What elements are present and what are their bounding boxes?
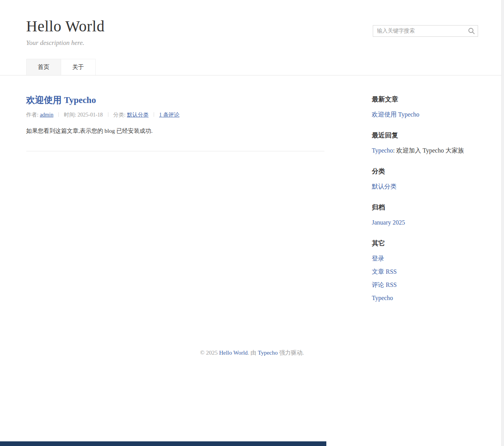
footer-engine-link[interactable]: Typecho	[258, 350, 278, 356]
bottom-bar	[0, 441, 326, 446]
widget-title: 分类	[372, 167, 478, 176]
login-link[interactable]: 登录	[372, 255, 384, 262]
footer-copyright: © 2025	[200, 350, 219, 356]
content-area: 欢迎使用 Typecho 作者: admin时间: 2025-01-18分类: …	[26, 75, 478, 314]
widget-categories: 分类 默认分类	[372, 167, 478, 190]
meta-author-label: 作者:	[26, 112, 40, 118]
main-nav: 首页 关于	[26, 59, 478, 75]
post-rss-link[interactable]: 文章 RSS	[372, 268, 397, 275]
widget-title: 最新文章	[372, 95, 478, 104]
scrollbar[interactable]	[501, 0, 504, 446]
nav-tab-home[interactable]: 首页	[26, 59, 61, 75]
nav-tab-about[interactable]: 关于	[61, 59, 96, 75]
typecho-link[interactable]: Typecho	[372, 295, 393, 301]
search-input[interactable]	[373, 25, 478, 37]
search-box	[373, 25, 478, 37]
meta-category-label: 分类:	[113, 112, 127, 118]
sidebar: 最新文章 欢迎使用 Typecho 最近回复 Typecho: 欢迎加入 Typ…	[372, 95, 478, 314]
list-item: January 2025	[372, 219, 478, 226]
widget-recent-posts: 最新文章 欢迎使用 Typecho	[372, 95, 478, 118]
comment-rss-link[interactable]: 评论 RSS	[372, 281, 397, 288]
list-item: 登录	[372, 255, 478, 262]
page-footer: © 2025 Hello World. 由 Typecho 强力驱动.	[0, 314, 504, 357]
meta-author-link[interactable]: admin	[40, 112, 53, 118]
list-item: 评论 RSS	[372, 281, 478, 289]
reply-author-link[interactable]: Typecho	[372, 147, 393, 154]
widget-archives: 归档 January 2025	[372, 203, 478, 226]
post-divider	[26, 151, 324, 151]
post-body: 如果您看到这篇文章,表示您的 blog 已经安装成功.	[26, 126, 324, 136]
footer-middle-text: . 由	[248, 350, 258, 356]
site-description: Your description here.	[26, 39, 478, 47]
main-column: 欢迎使用 Typecho 作者: admin时间: 2025-01-18分类: …	[26, 95, 324, 151]
post-meta: 作者: admin时间: 2025-01-18分类: 默认分类1 条评论	[26, 112, 324, 118]
footer-site-link[interactable]: Hello World	[219, 350, 248, 356]
widget-title: 归档	[372, 203, 478, 212]
widget-misc: 其它 登录 文章 RSS 评论 RSS Typecho	[372, 239, 478, 302]
list-item: 文章 RSS	[372, 268, 478, 276]
widget-recent-replies: 最近回复 Typecho: 欢迎加入 Typecho 大家族	[372, 131, 478, 154]
widget-title: 其它	[372, 239, 478, 248]
post: 欢迎使用 Typecho 作者: admin时间: 2025-01-18分类: …	[26, 95, 324, 151]
widget-title: 最近回复	[372, 131, 478, 140]
meta-comments-link[interactable]: 1 条评论	[159, 112, 180, 118]
archive-link[interactable]: January 2025	[372, 219, 405, 226]
meta-category-link[interactable]: 默认分类	[127, 112, 149, 118]
meta-separator	[58, 112, 59, 117]
list-item: 欢迎使用 Typecho	[372, 111, 478, 118]
footer-suffix-text: 强力驱动.	[278, 350, 304, 356]
header-inner: Hello World Your description here. 首页 关于	[26, 0, 478, 75]
site-header: Hello World Your description here. 首页 关于	[0, 0, 504, 75]
reply-text: : 欢迎加入 Typecho 大家族	[393, 147, 464, 154]
list-item: 默认分类	[372, 183, 478, 190]
category-link[interactable]: 默认分类	[372, 183, 397, 190]
list-item: Typecho: 欢迎加入 Typecho 大家族	[372, 147, 478, 154]
meta-separator	[154, 112, 154, 117]
list-item: Typecho	[372, 294, 478, 302]
meta-date: 时间: 2025-01-18	[64, 112, 103, 118]
meta-separator	[108, 112, 108, 117]
post-title: 欢迎使用 Typecho	[26, 95, 324, 106]
search-icon[interactable]	[468, 27, 475, 34]
post-title-link[interactable]: 欢迎使用 Typecho	[26, 95, 96, 105]
recent-post-link[interactable]: 欢迎使用 Typecho	[372, 111, 420, 118]
